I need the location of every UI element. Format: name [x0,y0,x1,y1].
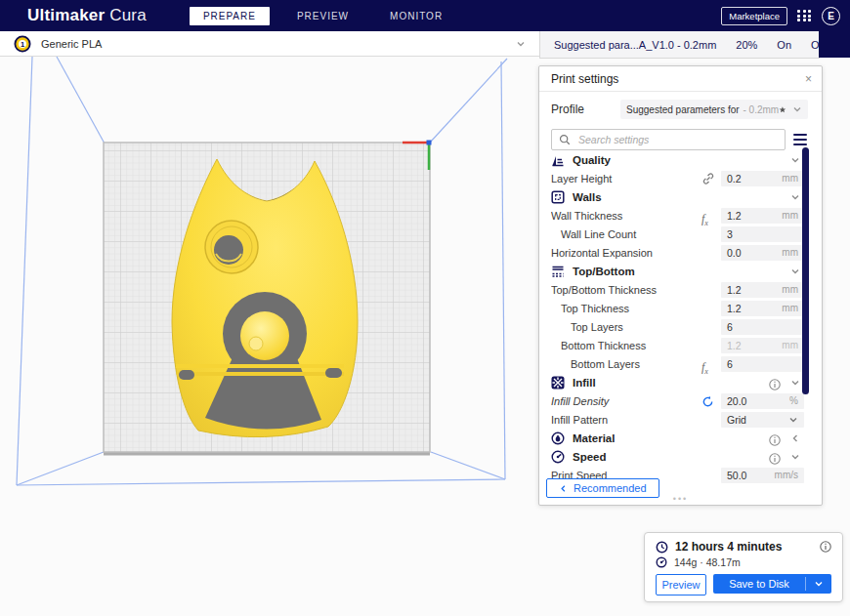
logo-bold: Ultimaker [27,6,105,24]
info-icon[interactable] [769,451,781,463]
z-axis-indicator [427,141,432,145]
speed-icon [551,450,565,464]
setting-row: Wall Line Count3 [551,225,804,243]
category-quality[interactable]: Quality [551,150,804,169]
panel-footer: Recommended ••• [539,468,822,505]
category-label: Top/Bottom [573,266,790,277]
setting-unit: mm [782,247,798,258]
chevron-down-icon[interactable] [790,378,800,388]
setting-value: 1.2 [727,340,782,351]
adorn-spacer [701,413,717,427]
setting-field[interactable]: 1.2mm [721,282,804,298]
setting-field[interactable]: 0.0mm [721,245,804,261]
profile-suffix: - 0.2mm [743,104,779,115]
tab-monitor[interactable]: MONITOR [376,7,456,25]
spool-icon [656,556,667,568]
category-infill[interactable]: Infill [551,373,804,391]
chevron-left-icon[interactable] [790,433,800,443]
setting-field[interactable]: 0.2mm [721,171,804,186]
app-logo: Ultimaker Cura [27,6,147,25]
setting-value: Grid [727,414,788,426]
preview-button[interactable]: Preview [656,574,706,595]
print-settings-panel: Print settings × Profile Suggested param… [538,65,823,506]
link-icon[interactable] [701,172,717,185]
setting-dropdown[interactable]: Grid [721,412,804,428]
setting-field[interactable]: 20.0% [721,393,804,409]
infill-percent: 20% [736,39,757,51]
category-walls[interactable]: Walls [551,187,804,206]
setting-label: Wall Thickness [551,210,701,222]
setting-label: Horizontal Expansion [551,247,701,259]
star-icon[interactable] [779,104,786,115]
print-settings-summary[interactable]: Suggested para...A_V1.0 - 0.2mm 20% On O… [539,31,820,59]
setting-unit: mm [782,284,798,295]
setting-label: Infill Density [551,395,701,407]
formula-icon[interactable]: fx [701,209,717,223]
reset-icon[interactable] [701,394,717,408]
setting-field[interactable]: 1.2mm [721,301,804,316]
info-icon[interactable] [820,541,831,553]
tab-preview[interactable]: PREVIEW [283,7,362,25]
chevron-down-icon[interactable] [790,452,800,462]
panel-resize-grip[interactable]: ••• [673,494,688,504]
infill-icon [551,376,565,390]
account-avatar[interactable]: E [822,7,840,25]
cura-app: Ultimaker Cura PREPAREPREVIEWMONITOR Mar… [0,0,850,616]
category-label: Walls [573,191,790,203]
material-toolbar[interactable]: 1 Generic PLA [0,31,539,57]
material-estimate-row: 144g · 48.17m [656,556,831,568]
setting-field[interactable]: 6 [721,356,804,372]
save-chevron-down-icon[interactable] [806,579,831,589]
category-topbottom[interactable]: Top/Bottom [551,262,804,280]
formula-icon[interactable]: fx [701,357,717,371]
setting-row: Wall Thicknessfx1.2mm [551,206,804,225]
setting-value: 0.2 [727,173,782,185]
save-to-disk-button[interactable]: Save to Disk [713,574,831,594]
profile-dropdown[interactable]: Suggested parameters for PLA_V1.0 - 0.2m… [620,100,808,119]
close-icon[interactable]: × [805,73,812,85]
setting-row: Top Thickness1.2mm [551,299,804,317]
info-icon[interactable] [769,432,781,444]
recommended-button[interactable]: Recommended [546,478,659,498]
setting-label: Top Layers [551,321,701,333]
setting-field[interactable]: 3 [721,226,804,242]
setting-row: Bottom Thickness1.2mm [551,336,804,354]
setting-field[interactable]: 1.2mm [721,338,804,353]
scrollbar-thumb[interactable] [802,147,809,394]
chevron-down-icon[interactable] [790,192,800,202]
category-speed[interactable]: Speed [551,447,804,466]
material-name: Generic PLA [41,38,102,50]
material-icon [551,431,565,445]
setting-row: Layer Height0.2mm [551,169,804,187]
profile-summary-text: Suggested para...A_V1.0 - 0.2mm [554,39,716,51]
quality-icon [551,153,565,167]
adorn-spacer [701,339,717,352]
settings-scrollbar[interactable] [802,147,809,460]
setting-value: 0.0 [727,247,782,259]
setting-value: 3 [727,228,798,240]
setting-label: Wall Line Count [551,228,701,240]
setting-field[interactable]: 1.2mm [721,208,804,224]
panel-header: Print settings × [539,66,822,92]
chevron-down-icon[interactable] [790,155,800,165]
model-3d[interactable] [172,159,358,437]
topbottom-icon [551,265,565,278]
setting-field[interactable]: 6 [721,319,804,335]
stage-tabs: PREPAREPREVIEWMONITOR [190,7,456,25]
setting-label: Infill Pattern [551,414,701,426]
adorn-spacer [701,320,717,334]
setting-unit: mm [782,303,798,313]
profile-value: Suggested parameters for PLA_V1.0 [626,104,740,115]
info-icon[interactable] [769,377,781,389]
material-chevron-down-icon[interactable] [516,39,526,49]
tab-prepare[interactable]: PREPARE [190,7,270,25]
apps-grid-icon[interactable] [797,10,812,21]
marketplace-button[interactable]: Marketplace [721,7,787,25]
category-material[interactable]: Material [551,429,804,447]
chevron-down-icon[interactable] [790,267,800,276]
extruder-selector[interactable]: 1 Generic PLA [14,35,516,53]
setting-value: 6 [727,358,798,370]
profile-row: Profile Suggested parameters for PLA_V1.… [539,92,822,123]
search-input[interactable] [576,133,778,146]
settings-menu-icon[interactable] [793,134,808,146]
